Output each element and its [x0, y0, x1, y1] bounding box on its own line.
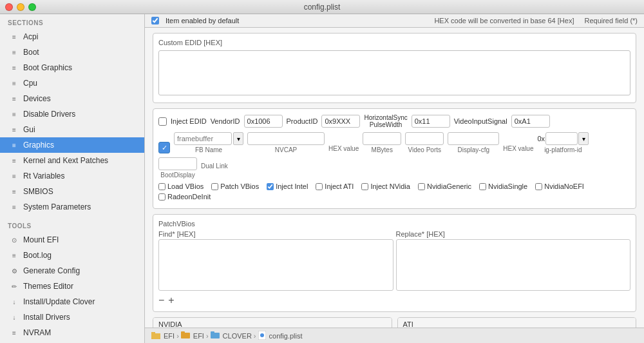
inject-nvidia-item[interactable]: Inject NVidia [361, 182, 410, 190]
nvidia-single-checkbox[interactable] [479, 183, 486, 190]
load-vbios-label: Load VBios [167, 182, 204, 190]
ig-platform-stepper[interactable]: ▾ [578, 132, 589, 145]
breadcrumb: EFI › EFI › CLOVER › config.plist [151, 331, 303, 341]
gpu-tables-row: NVIDIA Model IOPCIPrimaryMatch IOPCISubD… [153, 317, 636, 328]
nvidia-generic-checkbox[interactable] [418, 183, 425, 190]
inject-nvidia-checkbox[interactable] [361, 183, 368, 190]
framebuffer-stepper[interactable]: ▾ [233, 132, 243, 145]
boot-display-input[interactable] [158, 157, 197, 170]
inject-intel-label: Inject Intel [276, 182, 308, 190]
dual-link-label: Dual Link [201, 162, 228, 179]
sidebar-item-nvram[interactable]: ≡ NVRAM [0, 325, 144, 340]
close-button[interactable] [5, 3, 13, 11]
nvidia-table-box: NVIDIA Model IOPCIPrimaryMatch IOPCISubD… [153, 317, 392, 328]
vbios-options-row: Load VBios Patch VBios Inject Intel Inje… [158, 182, 630, 190]
titlebar: config.plist [0, 0, 644, 14]
sidebar-item-gui[interactable]: ≡ Gui [0, 122, 144, 137]
nvcap-label: NVCAP [275, 146, 297, 153]
patch-vbios-checkbox[interactable] [211, 183, 218, 190]
load-vbios-item[interactable]: Load VBios [158, 182, 204, 190]
window-controls[interactable] [5, 3, 36, 11]
topbar-left: Item enabled by default [151, 17, 239, 24]
dual-link-checkbox-btn[interactable]: ✓ [158, 142, 170, 153]
list-icon: ≡ [9, 93, 19, 104]
ig-platform-input[interactable] [545, 132, 578, 145]
sidebar-item-boot-log[interactable]: ≡ Boot.log [0, 248, 144, 263]
sidebar-item-themes-editor[interactable]: ✏ Themes Editor [0, 279, 144, 294]
sidebar-item-install-update-clover[interactable]: ↓ Install/Update Clover [0, 294, 144, 309]
sidebar-item-boot[interactable]: ≡ Boot [0, 44, 144, 60]
list-icon: ≡ [9, 186, 19, 197]
svg-point-7 [260, 333, 264, 337]
plist-file-label: config.plist [269, 332, 303, 340]
inject-nvidia-label: Inject NVidia [370, 182, 410, 190]
inject-ati-checkbox[interactable] [316, 183, 323, 190]
content-scroll[interactable]: Custom EDID [HEX] Inject EDID VendorID P… [145, 28, 644, 328]
patch-minus-button[interactable]: − [158, 295, 164, 306]
inject-ati-item[interactable]: Inject ATI [316, 182, 354, 190]
framebuffer-input[interactable] [174, 132, 232, 145]
nvidia-single-item[interactable]: NvidiaSingle [479, 182, 527, 190]
sections-label: SECTIONS [0, 14, 144, 29]
find-col: Find* [HEX] [158, 230, 393, 291]
sidebar-item-generate-config[interactable]: ⚙ Generate Config [0, 263, 144, 279]
item-enabled-checkbox[interactable] [151, 17, 159, 24]
sidebar-item-cpu[interactable]: ≡ Cpu [0, 75, 144, 91]
sidebar-item-label: Generate Config [23, 266, 80, 275]
custom-edid-textarea[interactable] [158, 50, 630, 95]
sidebar-item-system-parameters[interactable]: ≡ System Parameters [0, 199, 144, 215]
sidebar-item-disable-drivers[interactable]: ≡ Disable Drivers [0, 106, 144, 122]
sidebar-item-hex-converter[interactable]: ≡ HEX converter [0, 340, 144, 343]
nvcap-input[interactable] [247, 132, 325, 145]
find-table [158, 239, 393, 291]
sidebar-item-boot-graphics[interactable]: ≡ Boot Graphics [0, 60, 144, 75]
inject-edid-label: Inject EDID [171, 117, 207, 125]
ati-header: ATI [398, 318, 636, 328]
sidebar-item-label: Kernel and Kext Patches [23, 156, 108, 165]
nvidia-single-label: NvidiaSingle [488, 182, 527, 190]
patch-vbios-item[interactable]: Patch VBios [211, 182, 259, 190]
sidebar-item-rt-variables[interactable]: ≡ Rt Variables [0, 168, 144, 184]
sidebar-item-smbios[interactable]: ≡ SMBIOS [0, 184, 144, 199]
sidebar-item-label: Gui [23, 125, 35, 134]
patch-plus-button[interactable]: + [168, 295, 174, 306]
maximize-button[interactable] [28, 3, 36, 11]
sidebar-item-mount-efi[interactable]: ⊙ Mount EFI [0, 232, 144, 248]
sidebar-item-graphics[interactable]: ≡ Graphics [0, 137, 144, 153]
video-ports-input[interactable] [405, 132, 444, 145]
nvidia-no-efi-checkbox[interactable] [535, 183, 542, 190]
vram-input[interactable] [363, 132, 401, 145]
efi-label: EFI [164, 332, 175, 340]
nvidia-no-efi-label: NvidiaNoEFI [544, 182, 584, 190]
sidebar-item-acpi[interactable]: ≡ Acpi [0, 29, 144, 44]
nvidia-generic-item[interactable]: NvidiaGeneric [418, 182, 471, 190]
inject-intel-checkbox[interactable] [267, 183, 274, 190]
hex-value-label: HEX value [328, 145, 359, 153]
minimize-button[interactable] [17, 3, 24, 11]
patch-vbios-title: PatchVBios [158, 220, 195, 228]
product-id-input[interactable] [321, 115, 360, 128]
sidebar-item-label: Cpu [23, 79, 37, 88]
radeon-deinit-checkbox[interactable] [158, 193, 166, 201]
video-input-value[interactable] [511, 115, 550, 128]
radeon-deinit-item[interactable]: RadeonDeInit [158, 193, 211, 201]
load-vbios-checkbox[interactable] [158, 183, 166, 190]
radeon-row: RadeonDeInit [158, 193, 630, 201]
display-cfg-input[interactable] [448, 132, 499, 145]
inject-edid-checkbox[interactable] [158, 117, 167, 126]
sidebar-item-kernel-kext-patches[interactable]: ≡ Kernel and Kext Patches [0, 153, 144, 168]
nvidia-no-efi-item[interactable]: NvidiaNoEFI [535, 182, 584, 190]
statusbar: EFI › EFI › CLOVER › config.plist [145, 328, 644, 343]
display-cfg-col: Display-cfg [448, 132, 499, 153]
vendor-id-input[interactable] [244, 115, 283, 128]
sidebar-item-install-drivers[interactable]: ↓ Install Drivers [0, 309, 144, 325]
list-icon: ≡ [9, 32, 19, 42]
patch-vbios-cols: Find* [HEX] Replace* [HEX] [158, 230, 630, 291]
sidebar-item-devices[interactable]: ≡ Devices [0, 91, 144, 106]
mount-icon: ⊙ [9, 235, 19, 245]
inject-intel-item[interactable]: Inject Intel [267, 182, 308, 190]
hex-note: HEX code will be converted in base 64 [H… [434, 17, 574, 24]
horizontal-sync-input[interactable] [412, 115, 450, 128]
vram-col: MBytes [363, 132, 401, 153]
log-icon: ≡ [9, 250, 19, 260]
